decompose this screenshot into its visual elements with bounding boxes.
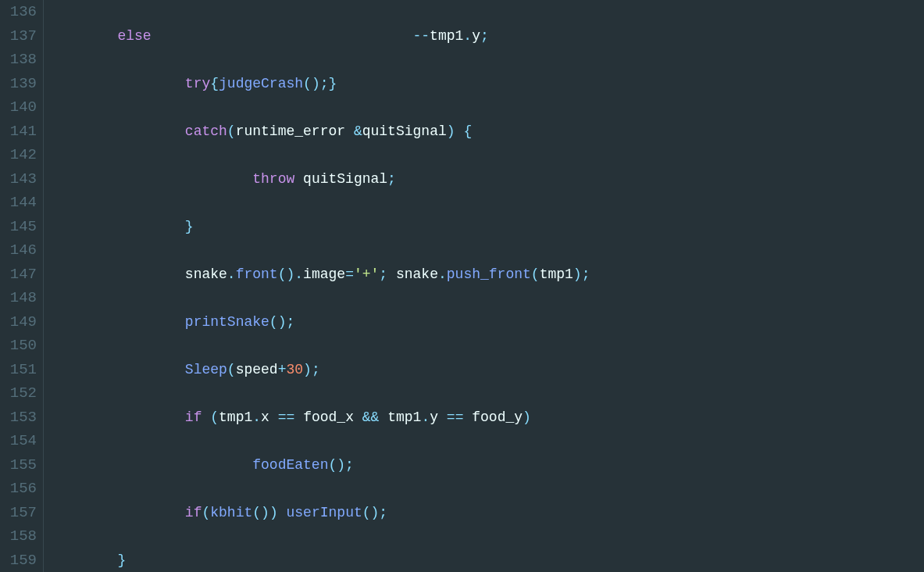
- line-number: 147: [3, 263, 37, 287]
- punct-semi: ;: [312, 362, 320, 377]
- id-tmp1: tmp1: [430, 28, 463, 44]
- punct-dot: .: [227, 266, 236, 282]
- code-line[interactable]: foodEaten();: [50, 453, 924, 477]
- code-line[interactable]: throw quitSignal;: [50, 167, 924, 191]
- char-literal: '+': [354, 266, 379, 282]
- punct-semi: ;: [379, 505, 387, 520]
- code-line[interactable]: if(kbhit()) userInput();: [50, 501, 924, 525]
- code-line[interactable]: printSnake();: [50, 310, 924, 334]
- punct-lparen: (: [328, 457, 337, 473]
- keyword-else: else: [117, 28, 151, 44]
- keyword-try: try: [185, 76, 210, 91]
- id-snake: snake: [396, 266, 438, 282]
- id-image: image: [303, 266, 345, 282]
- punct-dot: .: [252, 409, 261, 425]
- punct-lparen: (: [202, 505, 210, 520]
- fn-printSnake: printSnake: [185, 314, 269, 330]
- code-line[interactable]: }: [50, 549, 924, 573]
- punct-rparen: ): [261, 505, 269, 520]
- fn-push_front: push_front: [447, 266, 531, 282]
- line-number: 153: [3, 406, 37, 430]
- punct-lparen: (: [303, 76, 312, 91]
- keyword-catch: catch: [185, 123, 227, 139]
- line-number: 140: [3, 95, 37, 120]
- punct-lbrace: {: [463, 123, 472, 139]
- code-line[interactable]: Sleep(speed+30);: [50, 358, 924, 382]
- line-number: 150: [3, 334, 37, 358]
- punct-lparen: (: [227, 123, 236, 139]
- op-eq: =: [345, 266, 354, 282]
- fn-kbhit: kbhit: [210, 505, 252, 520]
- line-number: 159: [3, 549, 37, 573]
- punct-rparen: ): [523, 409, 531, 425]
- punct-lbrace: {: [210, 76, 219, 91]
- line-number: 152: [3, 381, 37, 406]
- punct-semi: ;: [582, 266, 590, 282]
- line-number: 157: [3, 501, 37, 525]
- id-snake: snake: [185, 266, 227, 282]
- punct-semi: ;: [320, 76, 329, 91]
- punct-rparen: ): [337, 457, 345, 473]
- op-eqeq: ==: [278, 409, 295, 425]
- id-tmp1: tmp1: [219, 409, 252, 425]
- punct-rparen: ): [269, 505, 278, 520]
- id-tmp1: tmp1: [387, 409, 421, 425]
- code-line[interactable]: if (tmp1.x == food_x && tmp1.y == food_y…: [50, 406, 924, 430]
- keyword-if: if: [185, 409, 202, 425]
- keyword-throw: throw: [252, 171, 294, 187]
- punct-rparen: ): [447, 123, 455, 139]
- punct-rparen: ): [303, 362, 312, 377]
- op-decrement: --: [413, 28, 430, 44]
- fn-judgeCrash: judgeCrash: [219, 76, 303, 91]
- punct-semi: ;: [387, 171, 396, 187]
- punct-dot: .: [294, 266, 303, 282]
- op-plus: +: [278, 362, 287, 377]
- code-editor: 136 137 138 139 140 141 142 143 144 145 …: [0, 0, 924, 572]
- line-number: 146: [3, 238, 37, 263]
- punct-rbrace: }: [117, 552, 126, 568]
- punct-rparen: ): [312, 76, 320, 91]
- punct-rparen: ): [278, 314, 287, 330]
- punct-lparen: (: [362, 505, 371, 520]
- punct-rbrace: }: [329, 76, 337, 91]
- id-speed: speed: [236, 362, 278, 377]
- line-number: 158: [3, 524, 37, 549]
- line-number: 141: [3, 120, 37, 144]
- line-number: 136: [3, 0, 37, 24]
- code-line[interactable]: catch(runtime_error &quitSignal) {: [50, 120, 924, 144]
- punct-dot: .: [463, 28, 472, 44]
- id-tmp1: tmp1: [540, 266, 573, 282]
- code-line[interactable]: snake.front().image='+'; snake.push_fron…: [50, 263, 924, 287]
- id-x: x: [261, 409, 269, 425]
- line-number: 148: [3, 286, 37, 310]
- punct-semi: ;: [480, 28, 489, 44]
- punct-dot: .: [421, 409, 430, 425]
- punct-lparen: (: [269, 314, 278, 330]
- fn-Sleep: Sleep: [185, 362, 227, 377]
- type-runtime_error: runtime_error: [236, 123, 345, 139]
- keyword-if: if: [185, 505, 202, 520]
- fn-foodEaten: foodEaten: [252, 457, 328, 473]
- code-line[interactable]: try{judgeCrash();}: [50, 72, 924, 96]
- line-number: 151: [3, 358, 37, 382]
- line-number: 156: [3, 477, 37, 501]
- code-content[interactable]: else --tmp1.y; try{judgeCrash();} catch(…: [44, 0, 924, 572]
- id-y: y: [430, 409, 438, 425]
- line-number: 138: [3, 48, 37, 72]
- code-line[interactable]: else --tmp1.y;: [50, 24, 924, 48]
- id-y: y: [472, 28, 480, 44]
- line-number: 139: [3, 72, 37, 96]
- line-number: 137: [3, 24, 37, 48]
- punct-rparen: ): [286, 266, 294, 282]
- op-eqeq: ==: [447, 409, 464, 425]
- line-number: 144: [3, 191, 37, 215]
- punct-rparen: ): [573, 266, 582, 282]
- num-literal: 30: [286, 362, 303, 377]
- punct-semi: ;: [286, 314, 294, 330]
- code-line[interactable]: }: [50, 215, 924, 239]
- line-number: 145: [3, 215, 37, 239]
- id-food_y: food_y: [472, 409, 523, 425]
- punct-lparen: (: [227, 362, 236, 377]
- line-number: 142: [3, 143, 37, 167]
- line-number: 154: [3, 429, 37, 453]
